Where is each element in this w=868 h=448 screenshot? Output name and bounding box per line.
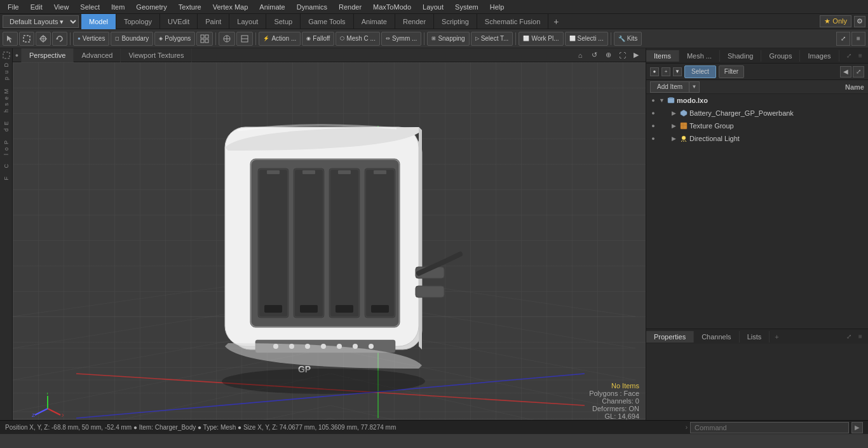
vp-tab-textures[interactable]: Viewport Textures xyxy=(121,48,192,62)
panel-settings[interactable]: ≡ xyxy=(855,51,865,61)
bp-expand[interactable]: ⤢ xyxy=(844,332,854,342)
items-add-icon[interactable]: + xyxy=(661,67,670,76)
items-vis-all[interactable]: ● xyxy=(650,67,659,76)
layout-tab-setup[interactable]: Setup xyxy=(266,14,301,29)
item-row-charger[interactable]: ● ▶ Battery_Charger_GP_Powerbank xyxy=(646,107,868,119)
panel-tab-images[interactable]: Images xyxy=(800,50,839,62)
tool-cursor[interactable] xyxy=(3,32,18,46)
panel-tab-shading[interactable]: Shading xyxy=(720,50,761,62)
symmetry-tool[interactable]: ⇔ Symm ... xyxy=(381,32,421,46)
menu-dynamics[interactable]: Dynamics xyxy=(292,2,332,12)
vp-tab-left-btn[interactable]: ● xyxy=(13,48,22,62)
menu-texture[interactable]: Texture xyxy=(173,2,207,12)
bottom-tab-plus[interactable]: + xyxy=(770,331,783,343)
panel-tab-groups[interactable]: Groups xyxy=(761,50,800,62)
selection-btn[interactable]: ⬜ Selecti ... xyxy=(565,32,608,46)
tool-transform[interactable] xyxy=(36,32,51,46)
work-plane[interactable]: ⬜ Work Pl... xyxy=(519,32,563,46)
mesh-mode[interactable] xyxy=(196,32,213,46)
menu-edit[interactable]: Edit xyxy=(25,2,48,12)
items-filter-icon[interactable]: ▼ xyxy=(673,67,682,76)
layout-tab-animate[interactable]: Animate xyxy=(354,14,395,29)
select-through[interactable]: ▷ Select T... xyxy=(471,32,513,46)
arrow-root[interactable]: ▼ xyxy=(659,97,665,104)
vp-more[interactable]: ▶ xyxy=(630,50,642,61)
arrow-light[interactable]: ▶ xyxy=(672,135,678,142)
layout-tab-render[interactable]: Render xyxy=(395,14,434,29)
vp-fullscreen[interactable]: ⛶ xyxy=(616,50,628,61)
vertices-mode[interactable]: ● Vertices xyxy=(73,32,109,46)
layout-tab-layout[interactable]: Layout xyxy=(229,14,266,29)
vp-home[interactable]: ⌂ xyxy=(574,50,586,61)
layout-tab-plus[interactable]: + xyxy=(548,15,564,29)
eye-icon-light[interactable]: ● xyxy=(649,134,658,143)
menu-geometry[interactable]: Geometry xyxy=(131,2,172,12)
bottom-tab-channels[interactable]: Channels xyxy=(694,331,739,343)
eye-icon-root[interactable]: ● xyxy=(649,96,658,105)
menu-vertex-map[interactable]: Vertex Map xyxy=(208,2,254,12)
items-select-btn[interactable]: Select xyxy=(684,65,716,78)
layout-tab-paint[interactable]: Paint xyxy=(198,14,229,29)
mesh-component[interactable]: ⬡ Mesh C ... xyxy=(336,32,380,46)
menu-help[interactable]: Help xyxy=(485,2,510,12)
viewport[interactable]: ● Perspective Advanced Viewport Textures… xyxy=(13,48,646,420)
command-execute[interactable]: ▶ xyxy=(851,422,863,433)
layout-tab-topology[interactable]: Topology xyxy=(116,14,160,29)
tool-select[interactable] xyxy=(19,32,34,46)
viewport-settings[interactable]: ≡ xyxy=(851,32,865,46)
add-item-button[interactable]: Add Item xyxy=(650,81,689,93)
vp-tab-perspective[interactable]: Perspective xyxy=(22,48,74,62)
layout-tab-schematic[interactable]: Schematic Fusion xyxy=(477,14,548,29)
panel-tab-items[interactable]: Items xyxy=(646,50,679,62)
kits-btn[interactable]: 🔧 Kits xyxy=(614,32,642,46)
layout-tab-model[interactable]: Model xyxy=(81,14,116,29)
menu-render[interactable]: Render xyxy=(334,2,367,12)
layout-dropdown[interactable]: Default Layouts ▾ xyxy=(3,15,79,28)
panel-expand[interactable]: ⤢ xyxy=(844,51,854,61)
item-row-root[interactable]: ● ▼ modo.lxo xyxy=(646,94,868,107)
vp-zoom[interactable]: ⊕ xyxy=(602,50,614,61)
menu-view[interactable]: View xyxy=(49,2,74,12)
bottom-tab-lists[interactable]: Lists xyxy=(740,331,770,343)
layout-tab-scripting[interactable]: Scripting xyxy=(434,14,477,29)
add-item-dropdown[interactable]: ▼ xyxy=(689,81,700,93)
menu-file[interactable]: File xyxy=(3,2,24,12)
snapping-tool[interactable]: ⊞ Snapping xyxy=(427,32,469,46)
viewport-maximize[interactable]: ⤢ xyxy=(836,32,850,46)
menu-system[interactable]: System xyxy=(450,2,484,12)
vp-tab-advanced[interactable]: Advanced xyxy=(74,48,121,62)
panel-tab-mesh[interactable]: Mesh ... xyxy=(679,50,720,62)
layout-tab-uvedit[interactable]: UVEdit xyxy=(160,14,198,29)
viewport-canvas[interactable]: GP No Items Polygons : Face xyxy=(13,62,646,420)
item-row-light[interactable]: ● ▶ Directional Light xyxy=(646,132,868,145)
menu-animate[interactable]: Animate xyxy=(254,2,290,12)
eye-icon-charger[interactable]: ● xyxy=(649,109,658,118)
uvs-btn[interactable] xyxy=(219,32,235,46)
layout-tab-gametools[interactable]: Game Tools xyxy=(301,14,354,29)
falloff-tool[interactable]: ◉ Falloff xyxy=(302,32,334,46)
eye-icon-texture[interactable]: ● xyxy=(649,121,658,130)
items-filter-btn[interactable]: Filter xyxy=(719,65,744,78)
command-arrow[interactable]: › xyxy=(686,424,688,431)
action-tool[interactable]: ⚡ Action ... xyxy=(259,32,301,46)
menu-select[interactable]: Select xyxy=(75,2,105,12)
lt-select[interactable] xyxy=(1,50,12,61)
polygons-mode[interactable]: ◈ Polygons xyxy=(154,32,195,46)
items-collapse[interactable]: ◀ xyxy=(840,66,851,78)
items-expand-panel[interactable]: ⤢ xyxy=(853,66,864,78)
menu-maxtomodo[interactable]: MaxToModo xyxy=(368,2,416,12)
command-input[interactable] xyxy=(690,422,849,433)
item-row-texture-group[interactable]: ● ▶ Texture Group xyxy=(646,119,868,132)
menu-layout[interactable]: Layout xyxy=(417,2,449,12)
bottom-tab-properties[interactable]: Properties xyxy=(646,331,694,343)
menu-item[interactable]: Item xyxy=(106,2,130,12)
arrow-charger[interactable]: ▶ xyxy=(672,110,678,116)
tool-rotate[interactable] xyxy=(52,32,67,46)
arrow-texture[interactable]: ▶ xyxy=(672,123,678,129)
star-only[interactable]: ★ Only xyxy=(820,15,851,27)
bp-settings[interactable]: ≡ xyxy=(855,332,865,342)
vp-orbit[interactable]: ↺ xyxy=(588,50,600,61)
uv2-btn[interactable] xyxy=(236,32,253,46)
boundary-mode[interactable]: ◻ Boundary xyxy=(111,32,153,46)
layout-settings[interactable]: ⚙ xyxy=(854,16,865,27)
